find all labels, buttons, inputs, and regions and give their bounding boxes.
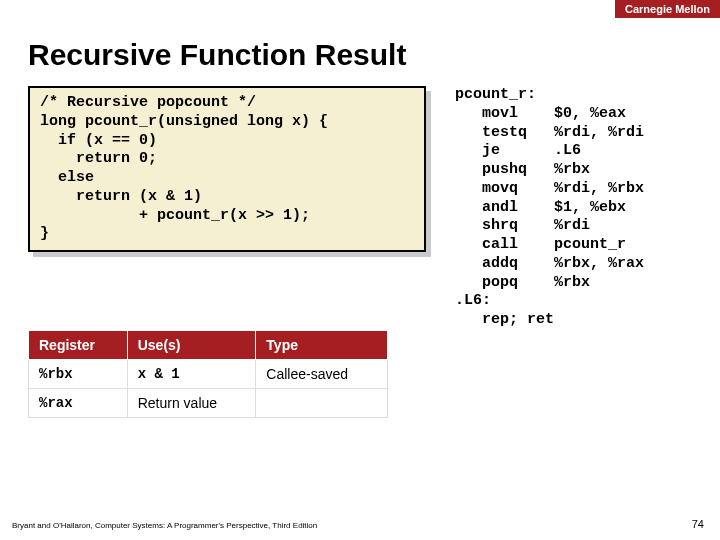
cell-register: %rax — [29, 389, 128, 418]
org-banner: Carnegie Mellon — [615, 0, 720, 18]
cell-use: x & 1 — [127, 360, 256, 389]
assembly-listing: pcount_r: movl $0, %eax testq %rdi, %rdi… — [455, 86, 644, 330]
slide-title: Recursive Function Result — [28, 38, 406, 72]
register-table: Register Use(s) Type %rbx x & 1 Callee-s… — [28, 330, 388, 418]
table-row: %rbx x & 1 Callee-saved — [29, 360, 388, 389]
th-uses: Use(s) — [127, 331, 256, 360]
table-row: %rax Return value — [29, 389, 388, 418]
th-type: Type — [256, 331, 388, 360]
th-register: Register — [29, 331, 128, 360]
table-header-row: Register Use(s) Type — [29, 331, 388, 360]
cell-type: Callee-saved — [256, 360, 388, 389]
cell-register: %rbx — [29, 360, 128, 389]
page-number: 74 — [692, 518, 704, 530]
footer-citation: Bryant and O'Hallaron, Computer Systems:… — [12, 521, 317, 530]
cell-type — [256, 389, 388, 418]
c-source-code: /* Recursive popcount */ long pcount_r(u… — [28, 86, 426, 252]
cell-use: Return value — [127, 389, 256, 418]
source-code-block: /* Recursive popcount */ long pcount_r(u… — [28, 86, 426, 252]
